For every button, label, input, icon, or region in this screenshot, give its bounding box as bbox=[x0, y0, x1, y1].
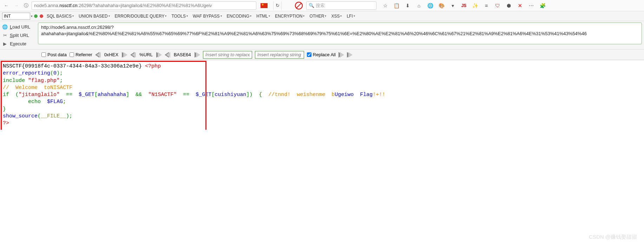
encode-row: Post data Referrer 0xHEX %URL BASE64 Rep… bbox=[0, 50, 644, 60]
code-l2: error_reporting(0); bbox=[3, 70, 641, 77]
menu-union-based[interactable]: UNION BASED▾ bbox=[77, 14, 112, 19]
url-bar[interactable]: node5.anna.nssctf.cn:26298/?ahahahaha=ji… bbox=[32, 1, 256, 10]
hackbar-url-textarea[interactable]: http://node5.anna.nssctf.cn:26298/?ahaha… bbox=[38, 23, 642, 44]
url-encode-button[interactable]: %URL bbox=[130, 52, 162, 58]
bars-icon[interactable]: ≡ bbox=[483, 2, 489, 9]
hackbar-actions: 🌐Load URL ✂Split URL ▶Execute bbox=[0, 21, 38, 49]
load-icon: 🌐 bbox=[2, 24, 8, 30]
referrer-checkbox[interactable]: Referrer bbox=[70, 52, 92, 57]
replace-with-input[interactable] bbox=[255, 51, 304, 59]
menu-error-query[interactable]: ERROR/DOUBLE QUERY▾ bbox=[113, 14, 169, 19]
clipboard-icon[interactable]: 📋 bbox=[393, 2, 400, 9]
menu-icon[interactable]: ▾ bbox=[449, 2, 456, 9]
replace-all-checkbox[interactable]: Replace All bbox=[307, 52, 336, 57]
url-prefix: node5.anna. bbox=[34, 3, 59, 8]
load-url-button[interactable]: 🌐Load URL bbox=[2, 23, 36, 31]
code-l9: ?> bbox=[3, 120, 641, 127]
search-bar[interactable]: 🔍 搜索 bbox=[306, 1, 376, 10]
replace-go2-button[interactable] bbox=[347, 52, 353, 58]
flag-line: NSSCTF{09918f4c-0337-4344-84a3-33c306a12… bbox=[3, 63, 641, 70]
puzzle-icon[interactable]: 🧩 bbox=[539, 2, 546, 9]
download-icon[interactable]: ⬇ bbox=[405, 2, 411, 9]
menu-sql-basics[interactable]: SQL BASICS▾ bbox=[45, 14, 76, 19]
reload-button[interactable]: ↻ bbox=[273, 1, 282, 10]
wand-icon[interactable]: ✨ bbox=[472, 2, 478, 9]
url-host: nssctf.cn bbox=[59, 3, 77, 8]
x-icon[interactable]: ✕ bbox=[517, 2, 523, 9]
menu-lfi[interactable]: LFI▾ bbox=[344, 14, 357, 19]
forward-button: → bbox=[12, 1, 20, 10]
menu-waf-bypass[interactable]: WAF BYPASS▾ bbox=[191, 14, 224, 19]
more-icon[interactable]: ⋯ bbox=[528, 2, 534, 9]
home-icon[interactable]: ⌂ bbox=[416, 2, 422, 9]
globe-icon[interactable]: 🌐 bbox=[427, 2, 433, 9]
shield-icon[interactable]: 🛡 bbox=[494, 2, 501, 9]
replace-go-button[interactable] bbox=[339, 52, 344, 58]
flag-cn-icon bbox=[261, 3, 268, 8]
code-l8: show_source(__FILE__); bbox=[3, 113, 641, 120]
browser-navbar: ← → ⓘ node5.anna.nssctf.cn:26298/?ahahah… bbox=[0, 0, 644, 11]
base64-encode-button[interactable]: BASE64 bbox=[165, 52, 200, 58]
execute-icon: ▶ bbox=[2, 41, 8, 46]
menu-encoding[interactable]: ENCODING▾ bbox=[225, 14, 254, 19]
hex-encode-button[interactable]: 0xHEX bbox=[95, 52, 127, 58]
int-select[interactable] bbox=[2, 13, 30, 20]
menu-other[interactable]: OTHER▾ bbox=[307, 14, 328, 19]
noscript-icon[interactable] bbox=[295, 2, 303, 9]
int-caret: ▾ bbox=[31, 14, 33, 18]
search-icon: 🔍 bbox=[309, 3, 314, 8]
split-url-button[interactable]: ✂Split URL bbox=[2, 31, 36, 39]
code-l7: } bbox=[3, 106, 641, 113]
hackbar-body: 🌐Load URL ✂Split URL ▶Execute http://nod… bbox=[0, 21, 644, 50]
dot-green-icon[interactable] bbox=[34, 14, 38, 18]
url-suffix: :26298/?ahahahaha=jitanglailo&%E2%80%AE%… bbox=[78, 3, 212, 8]
back-button[interactable]: ← bbox=[2, 1, 11, 10]
menu-html[interactable]: HTML▾ bbox=[254, 14, 272, 19]
search-placeholder: 搜索 bbox=[316, 2, 325, 9]
split-icon: ✂ bbox=[2, 33, 8, 38]
js-icon[interactable]: JS bbox=[461, 2, 467, 9]
menu-xss[interactable]: XSS▾ bbox=[329, 14, 344, 19]
code-l4: // Welcome toNISACTF bbox=[3, 84, 641, 91]
code-l3: include "flag.php"; bbox=[3, 77, 641, 84]
dot-red-icon[interactable] bbox=[40, 14, 43, 18]
menu-tools[interactable]: TOOLS▾ bbox=[169, 14, 190, 19]
toolbar-icons: ☆ 📋 ⬇ ⌂ 🌐 🎨 ▾ JS ✨ ≡ 🛡 ⬢ ✕ ⋯ 🧩 bbox=[382, 2, 546, 9]
execute-button[interactable]: ▶Execute bbox=[2, 39, 36, 48]
palette-icon[interactable]: 🎨 bbox=[438, 2, 445, 9]
info-icon[interactable]: ⓘ bbox=[22, 1, 30, 10]
code-l5: if ("jitanglailo" == $_GET[ahahahaha] &&… bbox=[3, 91, 641, 98]
postdata-checkbox[interactable]: Post data bbox=[41, 52, 67, 57]
page-content: NSSCTF{09918f4c-0337-4344-84a3-33c306a12… bbox=[0, 60, 644, 130]
replace-find-input[interactable] bbox=[203, 51, 252, 59]
bookmark-icon[interactable]: ☆ bbox=[382, 2, 388, 9]
menu-encryption[interactable]: ENCRYPTION▾ bbox=[273, 14, 307, 19]
ublock-icon[interactable]: ⬢ bbox=[506, 2, 512, 9]
code-l6: echo $FLAG; bbox=[3, 98, 641, 105]
hackbar-menu: ▾ SQL BASICS▾ UNION BASED▾ ERROR/DOUBLE … bbox=[0, 11, 644, 21]
